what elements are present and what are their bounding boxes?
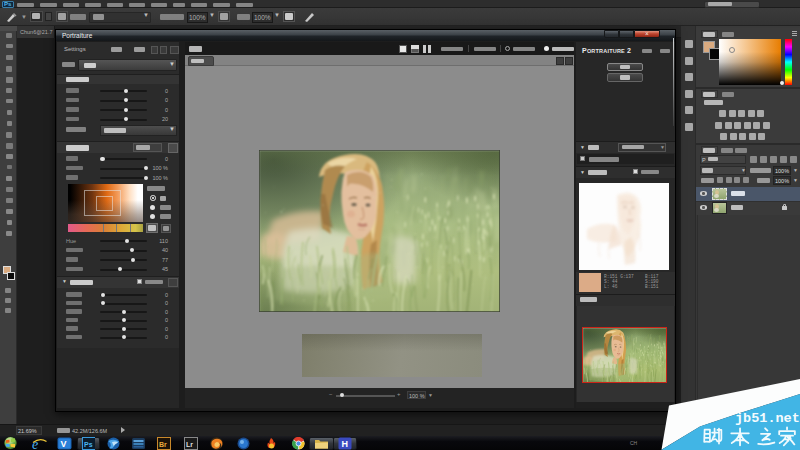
svg-text:jb51.net: jb51.net	[735, 411, 800, 426]
